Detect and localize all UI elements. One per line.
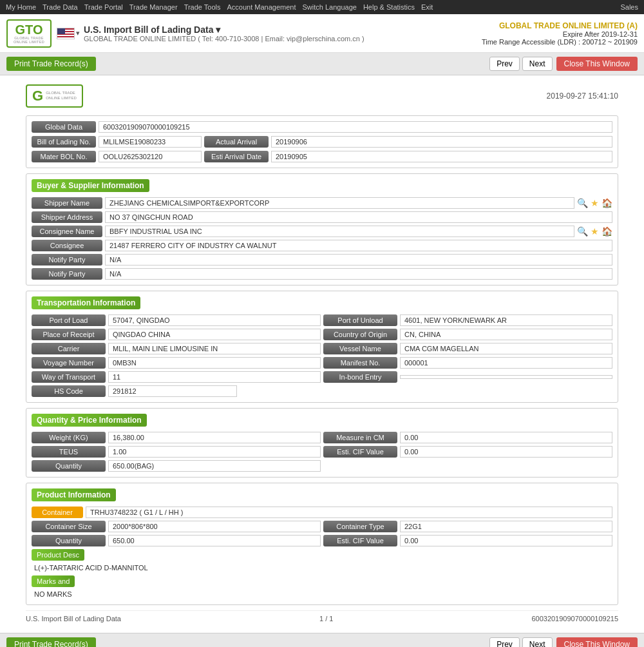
- quantity-label: Quantity: [32, 460, 106, 472]
- print-button-top[interactable]: Print Trade Record(s): [6, 57, 96, 71]
- close-button-bottom[interactable]: Close This Window: [556, 637, 638, 647]
- nav-myhome[interactable]: My Home: [3, 3, 39, 11]
- home-icon-shipper[interactable]: 🏠: [601, 198, 612, 208]
- consignee-name-label: Consignee Name: [32, 226, 102, 237]
- consignee-name-value: BBFY INDUSTRIAL USA INC: [105, 226, 574, 237]
- next-button-top[interactable]: Next: [522, 57, 553, 71]
- way-of-transport-row: Way of Transport 11: [32, 371, 321, 383]
- weight-label: Weight (KG): [32, 432, 106, 443]
- star-icon-shipper[interactable]: ★: [591, 198, 599, 208]
- weight-value: 16,380.00: [108, 432, 321, 443]
- prev-button-top[interactable]: Prev: [489, 57, 520, 71]
- nav-tradetools[interactable]: Trade Tools: [181, 3, 224, 11]
- nav-accountmgmt[interactable]: Account Management: [224, 3, 299, 11]
- doc-header: G GLOBAL TRADEONLINE LIMITED 2019-09-27 …: [26, 82, 618, 110]
- port-of-load-value: 57047, QINGDAO: [108, 314, 321, 326]
- nav-help[interactable]: Help & Statistics: [360, 3, 418, 11]
- consignee-value: 21487 FERRERO CITY OF INDUSTRY CA WALNUT: [105, 240, 612, 251]
- esti-cif-value: 0.00: [400, 446, 612, 458]
- product-desc-value: L(+)-TARTARIC ACID D-MANNITOL: [32, 563, 612, 573]
- port-of-load-label: Port of Load: [32, 314, 106, 326]
- weight-row: Weight (KG) 16,380.00: [32, 432, 321, 443]
- inbond-entry-row: In-bond Entry: [323, 371, 612, 383]
- country-of-origin-label: Country of Origin: [323, 329, 397, 340]
- home-icon-consignee[interactable]: 🏠: [601, 226, 612, 237]
- esti-arrival-label: Esti Arrival Date: [204, 151, 269, 162]
- search-icon-consignee[interactable]: 🔍: [577, 226, 588, 237]
- close-button-top[interactable]: Close This Window: [556, 57, 638, 71]
- bol-value: MLILMSE19080233: [99, 136, 202, 148]
- container-type-label: Container Type: [323, 521, 397, 532]
- doc-footer-page: 1 / 1: [319, 615, 333, 623]
- container-button[interactable]: Container: [32, 507, 83, 518]
- nav-sales[interactable]: Sales: [617, 3, 641, 11]
- top-toolbar: Print Trade Record(s) Prev Next Close Th…: [0, 53, 644, 75]
- vessel-name-label: Vessel Name: [323, 343, 397, 354]
- voyage-number-value: 0MB3N: [108, 357, 321, 369]
- mater-bol-label: Mater BOL No.: [32, 151, 96, 162]
- nav-trademanager[interactable]: Trade Manager: [126, 3, 181, 11]
- star-icon-consignee[interactable]: ★: [591, 226, 599, 237]
- expire-date: Expire After 2019-12-31: [482, 30, 638, 38]
- print-button-bottom[interactable]: Print Trade Record(s): [6, 637, 96, 647]
- product-esti-cif-value: 0.00: [400, 535, 612, 546]
- marks-label-btn: Marks and: [32, 575, 75, 587]
- marks-value: NO MARKS: [32, 589, 612, 599]
- measure-cm-value: 0.00: [400, 432, 612, 443]
- shipper-name-row: Shipper Name ZHEJIANG CHEMICALSIMPORT&EX…: [32, 197, 612, 209]
- global-data-value: 6003201909070000109215: [99, 121, 612, 133]
- notify-party-row2: Notify Party N/A: [32, 268, 612, 280]
- nav-tradeportal[interactable]: Trade Portal: [81, 3, 126, 11]
- product-title: Product Information: [32, 488, 116, 501]
- next-button-bottom[interactable]: Next: [522, 637, 553, 647]
- consignee-label: Consignee: [32, 240, 102, 251]
- carrier-row: Carrier MLIL, MAIN LINE LIMOUSINE IN: [32, 343, 321, 354]
- shipper-name-label: Shipper Name: [32, 197, 102, 209]
- doc-footer: U.S. Import Bill of Lading Data 1 / 1 60…: [26, 610, 618, 626]
- vessel-name-value: CMA CGM MAGELLAN: [400, 343, 612, 354]
- container-type-row: Container Type 22G1: [323, 521, 612, 532]
- notify-party-label2: Notify Party: [32, 268, 102, 280]
- way-of-transport-value: 11: [108, 371, 321, 383]
- shipper-address-label: Shipper Address: [32, 211, 102, 223]
- product-desc-label: Product Desc: [32, 549, 84, 561]
- transport-section: Transportation Information Port of Load …: [26, 291, 618, 403]
- container-size-row: Container Size 2000*806*800: [32, 521, 321, 532]
- header-contact: GLOBAL TRADE ONLINE LIMITED ( Tel: 400-7…: [84, 35, 482, 43]
- top-nav: My Home Trade Data Trade Portal Trade Ma…: [0, 0, 644, 14]
- global-data-row: Global Data 6003201909070000109215: [32, 121, 612, 133]
- search-icon-shipper[interactable]: 🔍: [577, 198, 588, 208]
- shipper-address-row: Shipper Address NO 37 QINGCHUN ROAD: [32, 211, 612, 223]
- esti-cif-row: Esti. CIF Value 0.00: [323, 446, 612, 458]
- doc-datetime: 2019-09-27 15:41:10: [547, 92, 618, 101]
- nav-tradedata[interactable]: Trade Data: [39, 3, 81, 11]
- quantity-value: 650.00(BAG): [108, 460, 321, 472]
- product-qty-value: 650.00: [108, 535, 321, 546]
- flag-container: ▾: [57, 28, 80, 39]
- measure-cm-label: Measure in CM: [323, 432, 397, 443]
- port-of-unload-value: 4601, NEW YORK/NEWARK AR: [400, 314, 612, 326]
- transport-title: Transportation Information: [32, 296, 140, 309]
- port-of-unload-label: Port of Unload: [323, 314, 397, 326]
- manifest-no-label: Manifest No.: [323, 357, 397, 369]
- place-of-receipt-row: Place of Receipt QINGDAO CHINA: [32, 329, 321, 340]
- header-title: U.S. Import Bill of Lading Data ▾: [84, 24, 482, 35]
- teus-row: TEUS 1.00: [32, 446, 321, 458]
- voyage-number-label: Voyage Number: [32, 357, 106, 369]
- notify-party-value1: N/A: [105, 254, 612, 266]
- notify-party-row1: Notify Party N/A: [32, 254, 612, 266]
- main-content: G GLOBAL TRADEONLINE LIMITED 2019-09-27 …: [0, 75, 644, 633]
- port-of-unload-row: Port of Unload 4601, NEW YORK/NEWARK AR: [323, 314, 612, 326]
- prev-button-bottom[interactable]: Prev: [489, 637, 520, 647]
- carrier-value: MLIL, MAIN LINE LIMOUSINE IN: [108, 343, 321, 354]
- carrier-label: Carrier: [32, 343, 106, 354]
- vessel-name-row: Vessel Name CMA CGM MAGELLAN: [323, 343, 612, 354]
- nav-exit[interactable]: Exit: [418, 3, 436, 11]
- hs-code-value: 291812: [108, 385, 237, 397]
- nav-switchlang[interactable]: Switch Language: [299, 3, 360, 11]
- container-type-value: 22G1: [400, 521, 612, 532]
- product-qty-label: Quantity: [32, 535, 106, 546]
- esti-cif-label: Esti. CIF Value: [323, 446, 397, 458]
- container-value: TRHU3748232 ( G1 / L / HH ): [86, 507, 612, 518]
- inbond-entry-label: In-bond Entry: [323, 371, 397, 383]
